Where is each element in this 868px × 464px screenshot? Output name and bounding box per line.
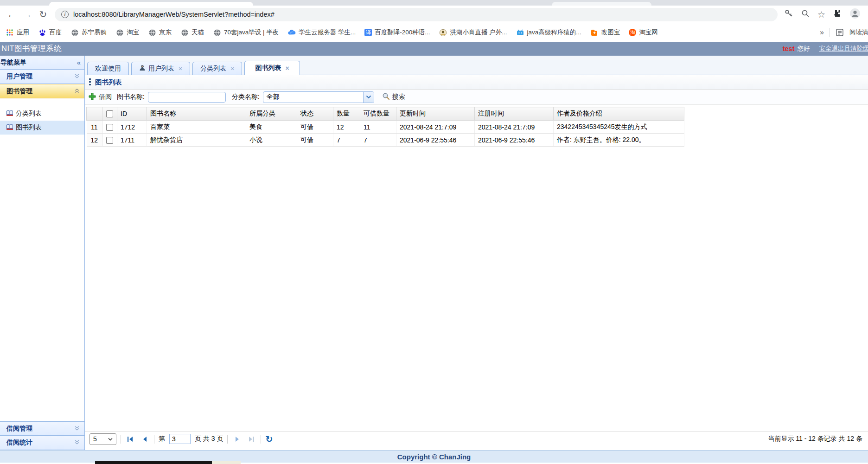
bookmark-java[interactable]: 70套java毕设 | 半夜 (213, 28, 279, 37)
url-text[interactable]: localhost:8080/LibraryManagerWeb/SystemS… (73, 11, 274, 18)
tab-book-list[interactable]: 图书列表 × (244, 61, 300, 75)
drag-handle-icon[interactable] (89, 78, 91, 86)
cloud-icon (287, 28, 296, 37)
divider (154, 435, 154, 444)
profile-avatar[interactable] (849, 8, 861, 21)
globe-icon (148, 28, 156, 37)
back-icon[interactable]: ← (5, 7, 19, 21)
column-header[interactable]: 状态 (297, 107, 333, 121)
bookmark-label: 学生云服务器 学生... (299, 28, 356, 37)
category-combobox[interactable]: 全部 (263, 91, 374, 103)
tab-label: 图书列表 (255, 64, 281, 72)
rownum-cell: 11 (87, 121, 102, 134)
first-page-icon[interactable] (125, 434, 135, 444)
bookmark-live[interactable]: 洪湖小肖直播 户外... (439, 28, 507, 37)
bookmark-baidu[interactable]: 百度 (38, 28, 62, 37)
chevron-double-down-icon (74, 425, 80, 432)
forward-icon[interactable]: → (20, 7, 34, 21)
reading-list-icon[interactable] (836, 28, 844, 37)
bookmark-gaitubao[interactable]: 改图宝 (590, 28, 620, 37)
chevron-down-icon (108, 438, 113, 441)
bookmark-taobao-site[interactable]: 淘 淘宝网 (629, 28, 658, 37)
chevron-double-down-icon (74, 73, 80, 80)
sidebar-panel-body: 分类列表 图书列表 (0, 98, 84, 422)
bookmark-taobao[interactable]: 淘宝 (115, 28, 139, 37)
column-header[interactable]: 图书名称 (147, 107, 246, 121)
bookmark-apps[interactable]: 应用 (6, 28, 29, 37)
sidebar-panel-users[interactable]: 用户管理 (0, 70, 84, 84)
row-checkbox[interactable] (106, 137, 113, 144)
bookmark-label: 天猫 (191, 28, 204, 37)
taobao-icon: 淘 (629, 29, 636, 36)
page-footer: Copyright © ChanJing (0, 450, 868, 463)
last-page-icon[interactable] (246, 434, 256, 444)
column-header[interactable]: 可借数量 (360, 107, 396, 121)
sidebar-item-label: 图书列表 (16, 123, 42, 132)
sidebar-panel-books[interactable]: 图书管理 (0, 84, 84, 98)
row-checkbox[interactable] (106, 124, 113, 131)
tab-user-list[interactable]: 用户列表 × (131, 62, 190, 75)
bookmarks-right: » 阅读清单 (820, 23, 868, 42)
reading-list-label[interactable]: 阅读清单 (849, 28, 868, 37)
column-header[interactable]: 更新时间 (396, 107, 475, 121)
bookmark-jd[interactable]: 京东 (148, 28, 172, 37)
sidebar: 导航菜单 « 用户管理 图书管理 分类列表 (0, 56, 85, 450)
close-icon[interactable]: × (230, 65, 234, 72)
key-icon[interactable] (784, 9, 793, 20)
globe-icon (180, 28, 189, 37)
logout-link[interactable]: 安全退出且清除缓存 (819, 45, 868, 53)
divider (227, 435, 228, 444)
book-name-label: 图书名称: (117, 93, 145, 101)
browser-tab-shape[interactable] (49, 2, 253, 6)
table-row[interactable]: 11 1712 百家菜 美食 可借 12 11 2021-08-24 21:7:… (87, 121, 684, 134)
search-button[interactable]: 搜索 (382, 92, 405, 102)
reload-icon[interactable]: ↻ (36, 7, 50, 21)
sidebar-panel-borrow[interactable]: 借阅管理 (0, 421, 84, 436)
column-header[interactable]: 作者及价格介绍 (554, 107, 684, 121)
bookmark-label: 京东 (159, 28, 172, 37)
bookmark-tmall[interactable]: 天猫 (180, 28, 204, 37)
bookmark-star-icon[interactable]: ☆ (817, 9, 825, 20)
bookmark-fanyi[interactable]: 译 百度翻译-200种语... (364, 28, 430, 37)
column-header[interactable]: 数量 (333, 107, 360, 121)
column-header[interactable]: ID (117, 107, 147, 121)
close-icon[interactable]: × (285, 64, 289, 72)
bookmark-suning[interactable]: 苏宁易购 (70, 28, 107, 37)
next-page-icon[interactable] (232, 434, 242, 444)
globe-icon (70, 28, 79, 37)
collapse-icon[interactable]: « (77, 58, 81, 66)
bookmark-java-blog[interactable]: java高级程序猿的... (516, 28, 581, 37)
table-row[interactable]: 12 1711 解忧杂货店 小说 可借 7 7 2021-06-9 22:55:… (87, 134, 684, 147)
address-bar[interactable]: i localhost:8080/LibraryManagerWeb/Syste… (55, 8, 778, 21)
page-number-input[interactable] (169, 434, 191, 444)
browser-tab-shape[interactable] (552, 2, 651, 6)
search-icon[interactable] (801, 9, 810, 20)
select-all-header (102, 107, 117, 121)
bookmarks-overflow-chevron[interactable]: » (820, 28, 824, 37)
chevron-double-down-icon (74, 439, 80, 446)
sidebar-panel-borrow-stats[interactable]: 借阅统计 (0, 436, 84, 450)
tab-category-list[interactable]: 分类列表 × (192, 62, 242, 75)
sidebar-item-book-list[interactable]: 图书列表 (0, 121, 84, 135)
cell-id: 1711 (117, 134, 147, 147)
close-icon[interactable]: × (179, 65, 182, 72)
tab-label: 欢迎使用 (95, 64, 121, 73)
tab-welcome[interactable]: 欢迎使用 (87, 62, 129, 75)
page-size-select[interactable]: 5 (89, 433, 116, 445)
book-name-input[interactable] (148, 92, 226, 103)
main-panel: 欢迎使用 用户列表 × 分类列表 × 图书列表 × 图书列表 (85, 56, 868, 450)
bookmark-label: 苏宁易购 (82, 28, 107, 37)
column-header[interactable]: 注册时间 (475, 107, 554, 121)
borrow-button[interactable]: 借阅 (88, 92, 114, 102)
prev-page-icon[interactable] (140, 434, 150, 444)
column-header[interactable]: 所属分类 (246, 107, 297, 121)
checkbox-cell (102, 134, 117, 147)
sidebar-item-category-list[interactable]: 分类列表 (0, 107, 84, 121)
extensions-puzzle-icon[interactable] (833, 9, 842, 20)
username-text: test (783, 45, 795, 52)
refresh-icon[interactable]: ↻ (265, 434, 273, 445)
chevron-down-icon[interactable] (363, 92, 374, 103)
site-info-icon[interactable]: i (61, 11, 69, 18)
bookmark-cloud-server[interactable]: 学生云服务器 学生... (287, 28, 356, 37)
select-all-checkbox[interactable] (106, 110, 113, 117)
